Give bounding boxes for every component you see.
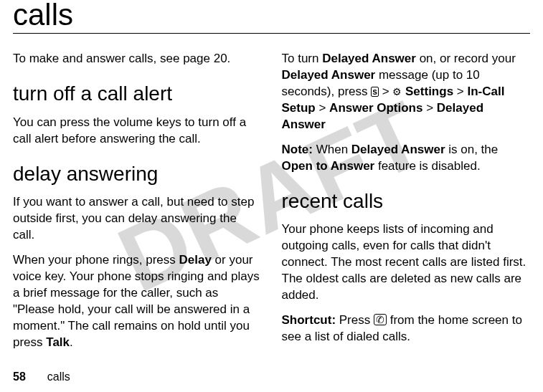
text: . [70,335,73,349]
delayed-answer-label: Delayed Answer [282,68,376,82]
page-number: 58 [13,371,26,383]
settings-label: Settings [405,85,453,98]
text: on, or record your [416,52,516,65]
note-label: Note: [282,143,313,156]
page-container: calls To make and answer calls, see page… [0,0,543,392]
text: > [379,85,392,98]
text: Press [336,313,374,327]
page-footer: 58calls [13,371,70,383]
settings-icon: ⚙ [392,87,402,97]
note-paragraph: Note: When Delayed Answer is on, the Ope… [282,142,531,175]
subhead-recent-calls: recent calls [282,188,531,215]
text: is on, the [445,143,499,156]
footer-section: calls [47,371,70,383]
text: feature is disabled. [374,159,480,173]
shortcut-paragraph: Shortcut: Press ✆ from the home screen t… [282,312,531,345]
text: When [313,143,351,156]
page-title: calls [13,0,530,34]
subhead-delay-answering: delay answering [13,161,262,188]
delay-answering-p2: When your phone rings, press Delay or yo… [13,252,262,351]
subhead-turn-off-alert: turn off a call alert [13,80,262,107]
send-key-icon: ✆ [374,314,387,325]
two-column-layout: To make and answer calls, see page 20. t… [13,51,530,360]
delay-label: Delay [179,253,212,267]
text: > [316,101,329,115]
right-column: To turn Delayed Answer on, or record you… [282,51,531,360]
delayed-answer-label: Delayed Answer [351,143,445,156]
open-to-answer-label: Open to Answer [282,159,375,173]
text: To turn [282,52,323,65]
intro-paragraph: To make and answer calls, see page 20. [13,51,262,67]
turn-off-alert-paragraph: You can press the volume keys to turn of… [13,115,262,148]
shortcut-label: Shortcut: [282,313,336,327]
answer-options-label: Answer Options [329,101,422,115]
recent-calls-paragraph: Your phone keeps lists of incoming and o… [282,221,531,304]
delay-answering-p1: If you want to answer a call, but need t… [13,194,262,244]
menu-key-icon: s [371,87,379,97]
text: When your phone rings, press [13,253,179,267]
text: > [453,85,467,98]
delayed-answer-label: Delayed Answer [322,52,416,65]
text: > [422,101,436,115]
text: or your voice key. Your phone stops ring… [13,253,260,349]
talk-label: Talk [46,335,70,349]
left-column: To make and answer calls, see page 20. t… [13,51,262,360]
delayed-answer-nav: To turn Delayed Answer on, or record you… [282,51,531,133]
